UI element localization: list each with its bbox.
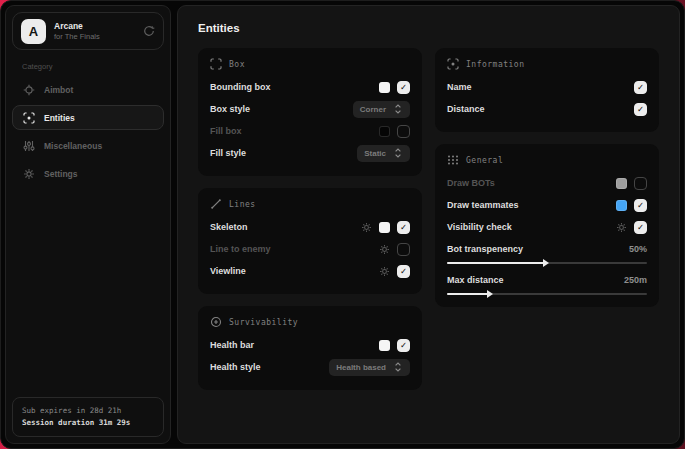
row-label: Box style	[210, 104, 346, 114]
checkbox[interactable]	[397, 339, 410, 352]
checkbox[interactable]	[397, 81, 410, 94]
row-label: Health bar	[210, 340, 372, 350]
screen: A Arcane for The Finals Category Aimbot	[0, 0, 685, 449]
row-draw-bots: Draw BOTs	[447, 172, 647, 194]
card-title: Survivability	[229, 318, 298, 327]
row-viewline: Viewline	[210, 260, 410, 282]
updown-icon	[393, 103, 403, 115]
row-label: Skeleton	[210, 222, 354, 232]
card-lines: Lines Skeleton Line to enemy	[198, 188, 422, 294]
row-health-bar: Health bar	[210, 334, 410, 356]
health-icon	[210, 316, 222, 328]
visibility-config-gear-icon[interactable]	[616, 222, 627, 233]
gear-icon	[23, 168, 35, 180]
card-title: Lines	[229, 200, 256, 209]
row-label: Draw teammates	[447, 200, 609, 210]
color-swatch[interactable]	[379, 82, 390, 93]
row-fill-box: Fill box	[210, 120, 410, 142]
sidebar-item-settings[interactable]: Settings	[12, 161, 164, 186]
row-distance: Distance	[447, 98, 647, 120]
dropdown-value: Static	[364, 149, 386, 158]
sub-expiry-text: Sub expires in 28d 21h	[22, 405, 154, 417]
viewline-config-gear-icon[interactable]	[379, 266, 390, 277]
grid-icon	[447, 154, 459, 166]
checkbox[interactable]	[634, 177, 647, 190]
checkbox[interactable]	[634, 199, 647, 212]
fill-style-dropdown[interactable]: Static	[357, 145, 410, 162]
card-general: General Draw BOTs Draw teammates	[435, 144, 659, 307]
dropdown-value: Health based	[336, 363, 386, 372]
row-label: Line to enemy	[210, 244, 372, 254]
box-style-dropdown[interactable]: Corner	[353, 101, 410, 118]
row-label: Bounding box	[210, 82, 372, 92]
max-distance-group: Max distance 250m	[447, 271, 647, 295]
row-skeleton: Skeleton	[210, 216, 410, 238]
slider-label: Max distance	[447, 275, 624, 285]
page-title: Entities	[198, 22, 659, 34]
session-duration-text: Session duration 31m 29s	[22, 417, 154, 429]
main-panel: Entities Box Bounding box	[177, 5, 680, 444]
checkbox[interactable]	[634, 221, 647, 234]
checkbox[interactable]	[634, 103, 647, 116]
sync-icon[interactable]	[143, 25, 155, 37]
card-box: Box Bounding box Box style Corner	[198, 48, 422, 176]
health-style-dropdown[interactable]: Health based	[329, 359, 410, 376]
skeleton-config-gear-icon[interactable]	[361, 222, 372, 233]
box-corners-icon	[210, 58, 222, 70]
bot-transparency-slider[interactable]	[447, 262, 647, 264]
entities-scan-icon	[23, 112, 35, 124]
app-subtitle: for The Finals	[54, 32, 135, 41]
line-icon	[210, 198, 222, 210]
brand-header: A Arcane for The Finals	[12, 12, 164, 50]
category-label: Category	[22, 62, 164, 71]
checkbox[interactable]	[634, 81, 647, 94]
right-column: Information Name Distance	[435, 48, 659, 307]
row-box-style: Box style Corner	[210, 98, 410, 120]
row-label: Fill style	[210, 148, 350, 158]
updown-icon	[393, 361, 403, 373]
card-title: Information	[466, 60, 524, 69]
row-label: Distance	[447, 104, 627, 114]
checkbox[interactable]	[397, 221, 410, 234]
sidebar-item-miscellaneous[interactable]: Miscellaneous	[12, 133, 164, 158]
sidebar-item-label: Settings	[44, 169, 78, 179]
color-swatch[interactable]	[616, 178, 627, 189]
sidebar-item-label: Entities	[44, 113, 75, 123]
slider-value: 50%	[629, 244, 647, 254]
row-name: Name	[447, 76, 647, 98]
max-distance-slider[interactable]	[447, 293, 647, 295]
dropdown-value: Corner	[360, 105, 386, 114]
app-name: Arcane	[54, 21, 135, 32]
sliders-icon	[23, 140, 35, 152]
bot-transparency-group: Bot transpenency 50%	[447, 240, 647, 264]
sidebar-item-aimbot[interactable]: Aimbot	[12, 77, 164, 102]
subscription-info: Sub expires in 28d 21h Session duration …	[12, 397, 164, 437]
row-bounding-box: Bounding box	[210, 76, 410, 98]
info-scan-icon	[447, 58, 459, 70]
row-label: Fill box	[210, 126, 372, 136]
checkbox[interactable]	[397, 125, 410, 138]
row-draw-teammates: Draw teammates	[447, 194, 647, 216]
color-swatch[interactable]	[616, 200, 627, 211]
row-health-style: Health style Health based	[210, 356, 410, 378]
sidebar-item-label: Miscellaneous	[44, 141, 102, 151]
card-title: General	[466, 156, 503, 165]
row-label: Health style	[210, 362, 322, 372]
row-label: Draw BOTs	[447, 178, 609, 188]
line-config-gear-icon[interactable]	[379, 244, 390, 255]
color-swatch[interactable]	[379, 340, 390, 351]
sidebar-item-entities[interactable]: Entities	[12, 105, 164, 130]
row-line-to-enemy: Line to enemy	[210, 238, 410, 260]
row-label: Viewline	[210, 266, 372, 276]
slider-value: 250m	[624, 275, 647, 285]
checkbox[interactable]	[397, 265, 410, 278]
crosshair-icon	[23, 84, 35, 96]
app-logo: A	[21, 19, 46, 44]
checkbox[interactable]	[397, 243, 410, 256]
app-window: A Arcane for The Finals Category Aimbot	[0, 0, 685, 449]
slider-label: Bot transpenency	[447, 244, 629, 254]
updown-icon	[393, 147, 403, 159]
color-swatch[interactable]	[379, 126, 390, 137]
row-fill-style: Fill style Static	[210, 142, 410, 164]
color-swatch[interactable]	[379, 222, 390, 233]
